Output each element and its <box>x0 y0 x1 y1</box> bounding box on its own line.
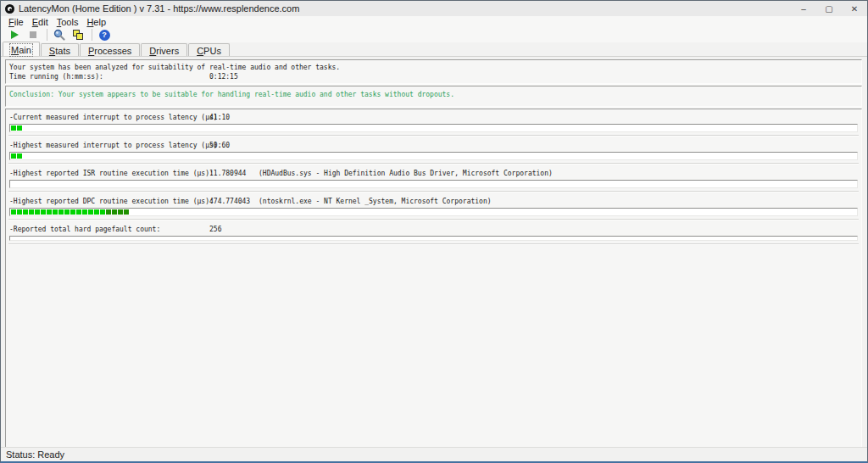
metric-value: 474.774043 <box>209 197 259 206</box>
toolbar: ? <box>1 27 867 42</box>
menu-tools[interactable]: Tools <box>53 17 83 27</box>
time-running-value: 0:12:15 <box>209 72 238 81</box>
metric-value: 256 <box>209 225 259 234</box>
analysis-text: Your system has been analyzed for suitab… <box>9 63 340 72</box>
stop-icon <box>30 31 36 38</box>
help-button[interactable]: ? <box>96 28 113 42</box>
toolbar-separator <box>47 29 47 41</box>
magnifier-icon <box>53 29 65 41</box>
play-icon <box>11 31 19 39</box>
analyze-button[interactable] <box>51 28 68 42</box>
analysis-line: Your system has been analyzed for suitab… <box>9 63 858 72</box>
metric-progress-bar <box>9 180 858 188</box>
help-icon: ? <box>99 30 110 41</box>
menu-bar: File Edit Tools Help <box>1 16 867 27</box>
metric-detail <box>259 225 858 234</box>
metric-progress-bar <box>9 236 858 241</box>
tab-strip: Main Stats Processes Drivers CPUs <box>1 42 867 57</box>
metric-row: -Reported total hard pagefault count: 25… <box>8 225 859 245</box>
status-text: Status: Ready <box>6 449 64 460</box>
window-controls: – ▢ ✕ <box>791 1 867 16</box>
time-running-label: Time running (h:mm:ss): <box>9 72 209 81</box>
metrics-panel: -Current measured interrupt to process l… <box>5 109 862 447</box>
metric-detail <box>259 113 858 122</box>
copy-icon <box>73 30 83 40</box>
start-monitor-button[interactable] <box>6 28 23 42</box>
minimize-button[interactable]: – <box>791 1 816 16</box>
maximize-button[interactable]: ▢ <box>816 1 842 16</box>
metric-label: -Highest measured interrupt to process l… <box>9 141 209 150</box>
metrics-list: -Current measured interrupt to process l… <box>8 113 859 245</box>
tab-main[interactable]: Main <box>3 42 40 56</box>
menu-edit[interactable]: Edit <box>28 17 53 27</box>
status-bar: Status: Ready <box>1 447 867 461</box>
metric-label: -Highest reported ISR routine execution … <box>9 169 209 178</box>
metric-label: -Reported total hard pagefault count: <box>9 225 209 234</box>
copy-report-button[interactable] <box>70 28 86 42</box>
metric-progress-bar <box>9 124 858 132</box>
metric-value: 41.10 <box>209 113 259 122</box>
tab-cpus[interactable]: CPUs <box>188 43 230 56</box>
metric-row: -Highest measured interrupt to process l… <box>8 141 859 165</box>
row-separator <box>8 191 859 192</box>
menu-file[interactable]: File <box>4 17 28 27</box>
window-title: LatencyMon (Home Edition ) v 7.31 - http… <box>19 3 299 14</box>
close-button[interactable]: ✕ <box>842 1 867 16</box>
time-running-line: Time running (h:mm:ss): 0:12:15 <box>9 72 858 81</box>
tab-processes[interactable]: Processes <box>80 43 140 56</box>
metric-row: -Highest reported ISR routine execution … <box>8 169 859 192</box>
metric-label: -Current measured interrupt to process l… <box>9 113 209 122</box>
conclusion-panel: Conclusion: Your system appears to be su… <box>5 86 862 107</box>
metric-detail: (ntoskrnl.exe - NT Kernel _System, Micro… <box>259 197 858 206</box>
metric-progress-bar <box>9 152 858 160</box>
toolbar-separator <box>92 29 92 41</box>
metric-detail <box>259 141 858 150</box>
tab-drivers[interactable]: Drivers <box>141 43 187 56</box>
title-bar: LatencyMon (Home Edition ) v 7.31 - http… <box>1 1 867 16</box>
metric-detail: (HDAudBus.sys - High Definition Audio Bu… <box>259 169 858 178</box>
metric-row: -Current measured interrupt to process l… <box>8 113 859 137</box>
metric-progress-bar <box>9 208 858 216</box>
metric-value: 50.60 <box>209 141 259 150</box>
conclusion-text: Conclusion: Your system appears to be su… <box>9 90 858 99</box>
main-content: Your system has been analyzed for suitab… <box>1 57 867 447</box>
tab-stats[interactable]: Stats <box>41 43 79 56</box>
summary-panel: Your system has been analyzed for suitab… <box>5 59 862 84</box>
row-separator <box>8 219 859 220</box>
menu-help[interactable]: Help <box>82 17 110 27</box>
stop-monitor-button[interactable] <box>25 28 42 42</box>
metric-label: -Highest reported DPC routine execution … <box>9 197 209 206</box>
row-separator <box>8 163 859 165</box>
row-separator <box>8 135 859 137</box>
metric-value: 11.780944 <box>209 169 259 178</box>
metric-row: -Highest reported DPC routine execution … <box>8 197 859 220</box>
row-separator <box>8 243 859 245</box>
latencymon-window: LatencyMon (Home Edition ) v 7.31 - http… <box>0 0 868 463</box>
app-icon <box>5 4 14 14</box>
